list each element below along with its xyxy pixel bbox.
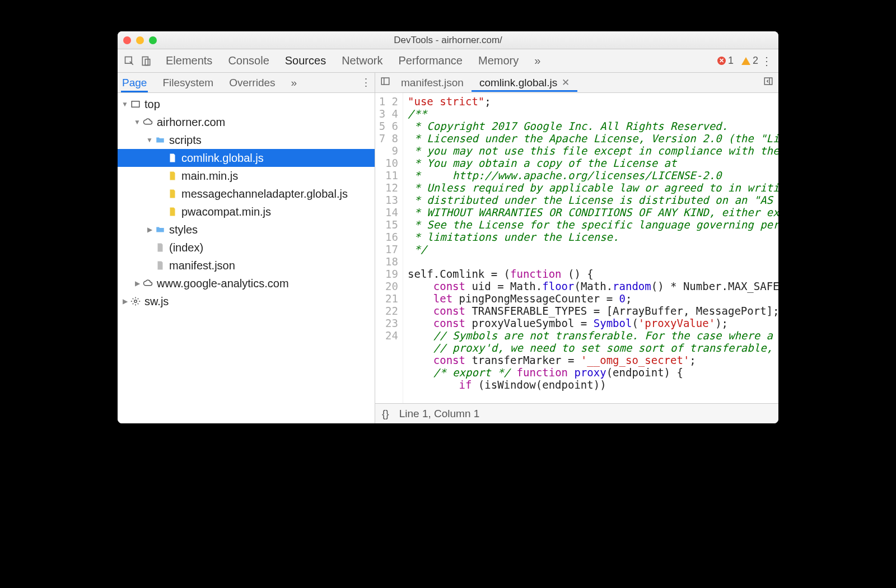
svg-rect-7 [764,78,772,85]
chevron-down-icon: ▼ [121,100,129,108]
device-toolbar-icon[interactable] [138,53,155,69]
tree-file-mainmin[interactable]: main.min.js [118,167,375,185]
editor-tabs: manifest.json comlink.global.js ✕ [375,73,778,93]
file-tab-comlink[interactable]: comlink.global.js ✕ [472,74,577,92]
chevron-right-icon: ▶ [146,226,153,234]
file-tab-manifest[interactable]: manifest.json [393,74,472,92]
pretty-print-icon[interactable]: {} [382,408,389,420]
folder-icon [155,134,166,146]
nav-tab-overrides[interactable]: Overrides [228,73,276,92]
console-status[interactable]: ✕ 1 2 [717,55,758,67]
cursor-position: Line 1, Column 1 [399,408,480,420]
file-icon [167,152,178,164]
cloud-icon [142,278,153,289]
panel-tabs: Elements Console Sources Network Perform… [166,50,540,72]
tree-folder-scripts[interactable]: ▼ scripts [118,131,375,149]
tree-label: sw.js [144,295,169,308]
window-minimize-button[interactable] [136,36,144,44]
toggle-navigator-icon[interactable] [377,76,393,89]
window-maximize-button[interactable] [149,36,157,44]
frame-icon [130,99,141,110]
navigator-tabs: Page Filesystem Overrides » ⋮ [118,73,375,93]
tabs-overflow[interactable]: » [534,50,540,72]
tree-label: styles [169,223,198,236]
js-file-icon [167,170,178,181]
inspect-element-icon[interactable] [121,53,138,69]
error-icon: ✕ [717,57,726,65]
nav-tabs-overflow[interactable]: » [290,73,298,92]
titlebar: DevTools - airhorner.com/ [118,31,778,49]
svg-point-4 [134,300,137,303]
tree-label: comlink.global.js [181,152,264,165]
line-gutter: 1 2 3 4 5 6 7 8 9 10 11 12 13 14 15 16 1… [375,93,403,403]
tree-top[interactable]: ▼ top [118,95,375,113]
tree-label: www.google-analytics.com [157,277,289,290]
gear-icon [130,296,141,307]
chevron-right-icon: ▶ [121,297,129,305]
tab-console[interactable]: Console [228,50,269,72]
chevron-down-icon: ▼ [146,136,153,144]
editor-pane: manifest.json comlink.global.js ✕ 1 2 3 … [375,73,778,423]
file-tab-label: manifest.json [401,77,464,89]
folder-icon [155,224,166,235]
tab-sources[interactable]: Sources [285,50,326,72]
svg-rect-3 [132,101,139,108]
tree-file-comlink[interactable]: comlink.global.js [118,149,375,167]
tree-label: top [144,98,160,111]
warning-icon [741,57,750,65]
code-editor[interactable]: 1 2 3 4 5 6 7 8 9 10 11 12 13 14 15 16 1… [375,93,778,403]
tree-label: messagechanneladapter.global.js [181,188,348,200]
tree-label: pwacompat.min.js [181,206,271,218]
main-toolbar: Elements Console Sources Network Perform… [118,49,778,73]
file-icon [155,242,166,253]
close-tab-icon[interactable]: ✕ [562,77,570,88]
code-content: "use strict"; /** * Copyright 2017 Googl… [403,93,778,403]
tree-label: scripts [169,134,202,147]
sources-body: Page Filesystem Overrides » ⋮ ▼ top ▼ ai… [118,73,778,423]
tree-file-pwa[interactable]: pwacompat.min.js [118,203,375,221]
tree-domain-ga[interactable]: ▶ www.google-analytics.com [118,274,375,292]
tree-sw[interactable]: ▶ sw.js [118,292,375,310]
tree-file-index[interactable]: (index) [118,239,375,256]
cloud-icon [142,116,153,128]
svg-rect-5 [381,78,389,85]
tree-folder-styles[interactable]: ▶ styles [118,221,375,239]
tree-file-mca[interactable]: messagechanneladapter.global.js [118,185,375,203]
nav-tab-page[interactable]: Page [121,73,148,92]
tab-network[interactable]: Network [342,50,382,72]
file-tab-label: comlink.global.js [479,77,557,89]
error-count: 1 [728,55,734,67]
js-file-icon [167,188,178,199]
window-close-button[interactable] [123,36,131,44]
nav-menu-icon[interactable]: ⋮ [361,76,371,89]
file-icon [155,260,166,271]
devtools-window: DevTools - airhorner.com/ Elements Conso… [118,31,778,423]
toggle-debugger-icon[interactable] [760,76,776,89]
tab-elements[interactable]: Elements [166,50,212,72]
tab-performance[interactable]: Performance [399,50,463,72]
tab-memory[interactable]: Memory [478,50,519,72]
file-tree: ▼ top ▼ airhorner.com ▼ scripts [118,93,375,423]
chevron-down-icon: ▼ [133,118,141,126]
nav-tab-filesystem[interactable]: Filesystem [161,73,214,92]
tree-label: airhorner.com [157,116,225,129]
window-title: DevTools - airhorner.com/ [118,35,778,46]
tree-file-manifest[interactable]: manifest.json [118,256,375,274]
navigator-pane: Page Filesystem Overrides » ⋮ ▼ top ▼ ai… [118,73,375,423]
tree-label: main.min.js [181,170,238,183]
tree-label: manifest.json [169,259,235,272]
warning-count: 2 [753,55,758,67]
settings-menu-icon[interactable]: ⋮ [758,54,775,68]
chevron-right-icon: ▶ [133,279,141,287]
traffic-lights [118,36,157,44]
tree-domain[interactable]: ▼ airhorner.com [118,113,375,131]
js-file-icon [167,206,178,217]
editor-statusbar: {} Line 1, Column 1 [375,403,778,423]
tree-label: (index) [169,241,203,254]
